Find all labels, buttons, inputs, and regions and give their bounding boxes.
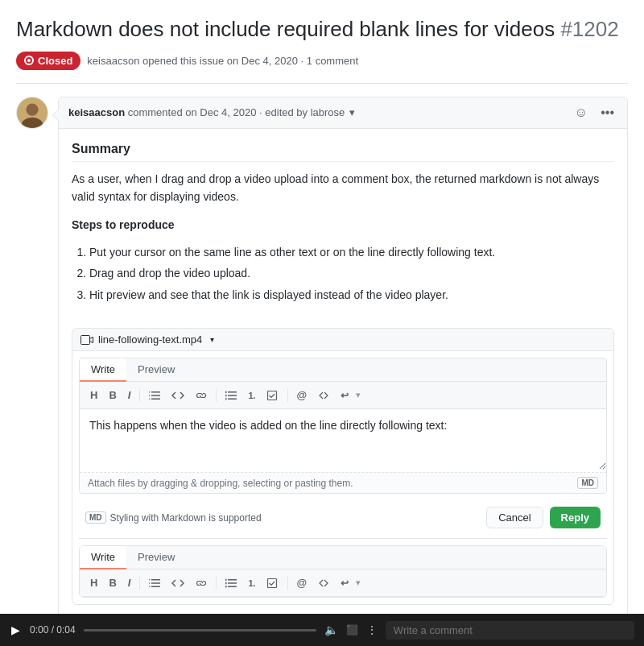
steps-heading: Steps to reproduce [72,216,614,234]
mention-button[interactable]: @ [293,387,312,404]
more-icon[interactable]: ⋮ [366,623,378,636]
issue-title: Markdown does not include required blank… [16,16,628,43]
comment-meta: commented on Dec 4, 2020 · edited by lab… [128,106,345,118]
progress-bar[interactable] [84,629,316,632]
svg-rect-29 [267,578,276,587]
italic-button-2[interactable]: I [124,574,135,591]
mention-button-2[interactable]: @ [293,574,312,591]
ref-button-2[interactable] [314,576,333,590]
comment-header: keisaacson commented on Dec 4, 2020 · ed… [59,97,627,129]
ul-button[interactable] [221,388,241,403]
toolbar-divider-6 [287,577,288,590]
ul-button-2[interactable] [221,576,241,590]
write-tab-2[interactable]: Write [80,546,126,569]
ol-button-2[interactable]: 1. [244,576,259,590]
code-button-2[interactable] [167,576,188,590]
svg-rect-5 [151,395,160,396]
comment-wrapper: keisaacson commented on Dec 4, 2020 · ed… [16,97,628,619]
heading-button[interactable]: H [86,387,101,404]
comment-body: Summary As a user, when I drag and drop … [59,129,627,328]
emoji-button[interactable]: ☺ [572,104,591,122]
divider [79,538,607,539]
issue-title-text: Markdown does not include required blank… [16,17,555,41]
task-button[interactable] [263,388,283,403]
heading-button-2[interactable]: H [86,574,101,591]
toolbar-divider-1 [139,389,140,402]
md-icon-1: MD [577,477,598,489]
svg-rect-25 [228,586,237,587]
summary-heading: Summary [72,142,614,162]
svg-rect-11 [228,395,237,396]
undo-button-2[interactable]: ↩ [336,575,353,591]
reply-button[interactable]: Reply [550,507,601,528]
svg-rect-6 [151,398,160,400]
ref-button[interactable] [314,388,333,403]
svg-rect-9 [149,398,151,400]
ol-button[interactable]: 1. [244,388,259,403]
svg-rect-20 [149,579,151,581]
play-button[interactable]: ▶ [10,622,22,638]
svg-rect-27 [225,582,227,584]
summary-body: As a user, when I drag and drop a video … [72,170,614,206]
svg-rect-4 [151,391,160,393]
link-button-2[interactable] [192,576,211,590]
dropdown-arrow-icon[interactable]: ▾ [349,106,355,118]
svg-rect-24 [228,582,237,584]
svg-rect-28 [225,586,227,588]
svg-rect-17 [151,579,160,581]
issue-status-label: Closed [38,55,72,67]
toolbar-divider-3 [287,389,288,402]
volume-icon[interactable]: 🔈 [324,623,338,636]
write-tab-1[interactable]: Write [80,358,126,382]
comment-header-left: keisaacson commented on Dec 4, 2020 · ed… [68,106,355,118]
toolbar-divider-4 [139,577,140,590]
write-comment-input[interactable] [386,621,634,640]
toolbar-divider-5 [216,577,217,590]
issue-meta-text: keisaacson opened this issue on Dec 4, 2… [87,55,358,67]
fullscreen-icon[interactable]: ⬛ [346,624,358,636]
cancel-button[interactable]: Cancel [486,507,543,528]
svg-rect-13 [225,391,227,393]
video-file-icon [80,335,93,345]
issue-number: #1202 [560,17,618,41]
editor-toolbar-2: H B I [80,569,606,597]
video-embed-header[interactable]: line-following-text.mp4 ▾ [72,329,613,351]
code-button[interactable] [167,388,188,403]
page-container: Markdown does not include required blank… [0,0,644,619]
attach-bar-1: Attach files by dragging & dropping, sel… [80,472,606,493]
issue-meta-row: Closed keisaacson opened this issue on D… [16,52,628,84]
preview-tab-1[interactable]: Preview [126,358,186,382]
second-editor: Write Preview H B I [79,545,607,598]
svg-rect-23 [228,579,237,581]
comment-textarea-1[interactable]: This happens when the video is added on … [80,409,606,470]
toolbar-divider-2 [216,389,217,402]
link-button[interactable] [192,388,211,403]
comment-box: keisaacson commented on Dec 4, 2020 · ed… [58,97,628,619]
undo-button[interactable]: ↩ [336,387,353,404]
list-button[interactable] [145,388,164,403]
step-1: Put your cursor on the same line as othe… [89,243,614,261]
preview-tab-2[interactable]: Preview [126,546,186,569]
editor-toolbar-1: H B I [80,382,606,409]
italic-button[interactable]: I [124,387,135,404]
editor-tabs-1: Write Preview [80,358,606,382]
svg-rect-21 [149,582,151,584]
step-2: Drag and drop the video upload. [89,264,614,282]
svg-rect-15 [225,398,227,400]
svg-rect-8 [149,395,151,396]
closed-dot-icon [24,56,34,65]
svg-rect-19 [151,586,160,587]
bold-button[interactable]: B [105,387,120,404]
svg-rect-12 [228,398,237,400]
svg-rect-3 [81,335,90,344]
svg-rect-16 [267,391,276,400]
list-button-2[interactable] [145,576,164,590]
video-time: 0:00 / 0:04 [30,624,76,636]
comment-header-actions: ☺ ••• [572,104,617,122]
more-options-button[interactable]: ••• [597,104,617,122]
bold-button-2[interactable]: B [105,574,120,591]
svg-rect-7 [149,391,151,393]
md-support-text: Styling with Markdown is supported [110,512,262,524]
task-button-2[interactable] [263,576,283,590]
undo-arrow: ▾ [356,390,361,400]
